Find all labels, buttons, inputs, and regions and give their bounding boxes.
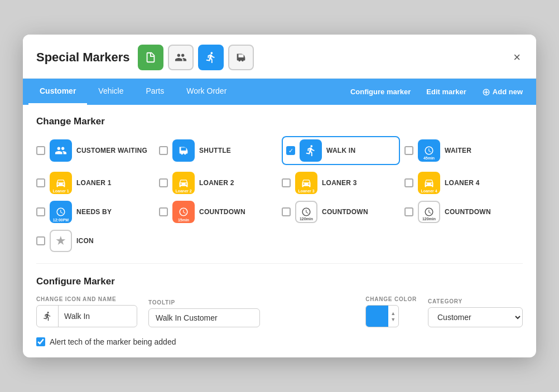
- special-markers-modal: Special Markers × Customer Vehicle Parts…: [23, 35, 536, 357]
- color-swatch[interactable]: [366, 306, 388, 327]
- alert-checkbox-label: Alert tech of the marker being added: [50, 337, 176, 346]
- color-arrows[interactable]: ▲ ▼: [388, 311, 398, 322]
- tooltip-label: TOOLTIP: [148, 299, 260, 306]
- marker-icon: 45min: [418, 139, 440, 162]
- marker-checkbox[interactable]: [159, 207, 168, 216]
- marker-icon[interactable]: ★ ICON: [36, 230, 155, 252]
- modal-title: Special Markers: [36, 50, 130, 65]
- walkin-icon-btn[interactable]: [198, 45, 224, 70]
- tooltip-group: TOOLTIP: [148, 299, 260, 327]
- category-group: CATEGORY Customer Vehicle Parts Work Ord…: [428, 298, 523, 327]
- marker-checkbox[interactable]: [282, 178, 291, 187]
- people-icon-btn[interactable]: [168, 45, 194, 70]
- marker-checkbox[interactable]: ✓: [286, 146, 295, 155]
- nav-item-work-order[interactable]: Work Order: [175, 79, 238, 105]
- marker-icon: 120min: [295, 201, 317, 223]
- marker-icon: ★: [50, 230, 72, 252]
- nav-item-parts[interactable]: Parts: [135, 79, 176, 105]
- name-input[interactable]: [59, 307, 137, 325]
- shuttle-icon-btn[interactable]: [228, 45, 254, 70]
- marker-checkbox[interactable]: [404, 146, 413, 155]
- marker-customer-waiting[interactable]: CUSTOMER WAITING: [36, 136, 155, 165]
- alert-checkbox-row: Alert tech of the marker being added: [36, 337, 523, 346]
- marker-label: COUNTDOWN: [322, 208, 368, 216]
- marker-loaner2[interactable]: Loaner 2 LOANER 2: [159, 172, 277, 194]
- marker-icon: Loaner 3: [295, 172, 317, 194]
- doc-icon-btn[interactable]: [138, 45, 163, 70]
- change-color-group: CHANGE COLOR ▲ ▼: [365, 296, 417, 327]
- marker-label: CUSTOMER WAITING: [76, 147, 147, 154]
- marker-label: WAITER: [445, 147, 471, 154]
- alert-checkbox[interactable]: [36, 337, 45, 346]
- tooltip-input[interactable]: [148, 308, 260, 327]
- marker-shuttle[interactable]: SHUTTLE: [159, 136, 277, 165]
- nav-bar: Customer Vehicle Parts Work Order Config…: [23, 79, 536, 105]
- markers-grid: CUSTOMER WAITING SHUTTLE ✓ WALK I: [36, 136, 523, 252]
- marker-label: COUNTDOWN: [445, 208, 491, 216]
- walk-icon-small: [37, 306, 59, 327]
- marker-checkbox[interactable]: [36, 178, 45, 187]
- marker-icon: [300, 139, 322, 162]
- marker-countdown3[interactable]: 120min COUNTDOWN: [404, 201, 523, 223]
- marker-icon: Loaner 4: [418, 172, 440, 194]
- marker-checkbox[interactable]: [36, 236, 45, 245]
- marker-checkbox[interactable]: [404, 178, 413, 187]
- marker-icon: [50, 139, 72, 162]
- marker-label: COUNTDOWN: [199, 208, 245, 216]
- close-button[interactable]: ×: [509, 48, 525, 67]
- marker-label: SHUTTLE: [199, 147, 231, 154]
- marker-label: LOANER 2: [199, 179, 234, 187]
- configure-marker-section: Configure Marker CHANGE ICON AND NAME TO…: [36, 274, 523, 346]
- marker-loaner4[interactable]: Loaner 4 LOANER 4: [404, 172, 523, 194]
- marker-checkbox[interactable]: [404, 207, 413, 216]
- marker-label: LOANER 3: [322, 179, 357, 187]
- marker-loaner1[interactable]: Loaner 1 LOANER 1: [36, 172, 155, 194]
- marker-label: WALK IN: [326, 147, 355, 154]
- marker-loaner3[interactable]: Loaner 3 LOANER 3: [282, 172, 400, 194]
- configure-marker-btn[interactable]: Configure marker: [343, 83, 418, 100]
- marker-icon: Loaner 1: [50, 172, 72, 194]
- category-select[interactable]: Customer Vehicle Parts Work Order: [428, 307, 523, 327]
- marker-needs-by[interactable]: 12:00PM NEEDS BY: [36, 201, 155, 223]
- nav-item-vehicle[interactable]: Vehicle: [87, 79, 134, 105]
- marker-waiter[interactable]: 45min WAITER: [404, 136, 523, 165]
- modal-body: Change Marker CUSTOMER WAITING: [23, 105, 536, 357]
- marker-checkbox[interactable]: [282, 207, 291, 216]
- marker-label: NEEDS BY: [76, 208, 112, 216]
- marker-icon: [172, 139, 195, 162]
- marker-countdown2[interactable]: 120min COUNTDOWN: [282, 201, 400, 223]
- change-marker-section: Change Marker CUSTOMER WAITING: [36, 116, 523, 252]
- marker-icon: 12:00PM: [50, 201, 72, 223]
- section-divider: [36, 263, 523, 264]
- marker-checkbox[interactable]: [36, 207, 45, 216]
- marker-label: LOANER 1: [76, 179, 112, 187]
- edit-marker-btn[interactable]: Edit marker: [418, 83, 474, 100]
- name-field-wrapper: [36, 305, 137, 327]
- header-icon-group: [138, 45, 254, 70]
- configure-marker-title: Configure Marker: [36, 276, 523, 287]
- marker-label: ICON: [76, 237, 94, 245]
- marker-icon: Loaner 2: [172, 172, 195, 194]
- modal-header: Special Markers ×: [23, 35, 536, 79]
- nav-item-customer[interactable]: Customer: [28, 79, 87, 105]
- configure-row: CHANGE ICON AND NAME TOOLTIP: [36, 296, 523, 327]
- marker-checkbox[interactable]: [159, 178, 168, 187]
- change-marker-title: Change Marker: [36, 116, 523, 127]
- marker-countdown1[interactable]: 15min COUNTDOWN: [159, 201, 277, 223]
- change-color-label: CHANGE COLOR: [365, 296, 417, 302]
- change-icon-label: CHANGE ICON AND NAME: [36, 296, 137, 302]
- category-label: CATEGORY: [428, 298, 523, 304]
- color-picker[interactable]: ▲ ▼: [365, 305, 399, 327]
- marker-icon: 120min: [418, 201, 440, 223]
- change-icon-name-group: CHANGE ICON AND NAME: [36, 296, 137, 327]
- marker-checkbox[interactable]: [36, 146, 45, 155]
- add-new-btn[interactable]: ⊕ Add new: [474, 81, 531, 103]
- add-icon: ⊕: [482, 86, 490, 98]
- marker-walk-in[interactable]: ✓ WALK IN: [282, 136, 400, 165]
- marker-label: LOANER 4: [445, 179, 480, 187]
- marker-checkbox[interactable]: [159, 146, 168, 155]
- marker-icon: 15min: [172, 201, 195, 223]
